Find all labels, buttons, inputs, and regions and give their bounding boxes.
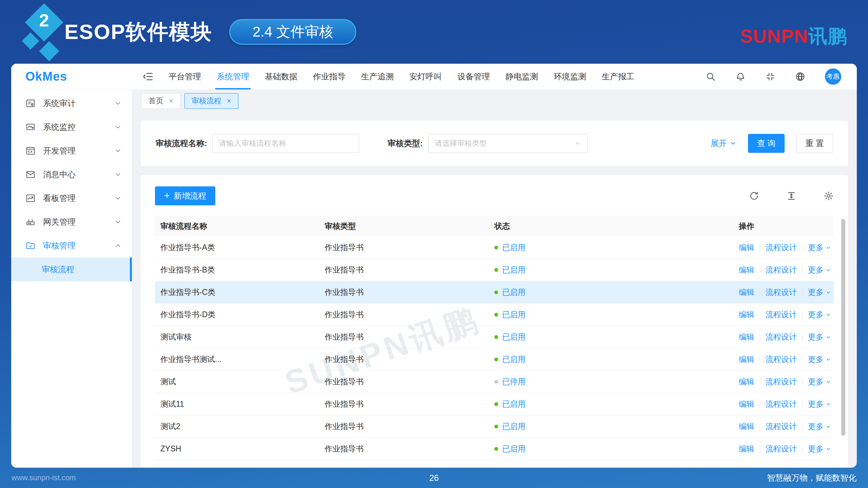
edit-link[interactable]: 编辑: [739, 444, 754, 454]
nav-item-label: 生产追溯: [361, 71, 394, 82]
chevron-down-icon: [826, 446, 831, 452]
tab-audit-flow[interactable]: 审核流程 ×: [184, 93, 238, 109]
sidebar-item-gateway-manage[interactable]: 网关管理: [11, 210, 132, 234]
chevron-down-icon: [826, 402, 831, 407]
flow-design-link[interactable]: 流程设计: [766, 354, 797, 365]
nav-item-label: 生产报工: [602, 71, 634, 82]
bell-icon[interactable]: [735, 72, 746, 82]
edit-link[interactable]: 编辑: [739, 377, 754, 387]
board-icon: [25, 193, 36, 203]
flow-design-link[interactable]: 流程设计: [766, 332, 797, 342]
edit-link[interactable]: 编辑: [739, 332, 754, 342]
more-link[interactable]: 更多: [808, 444, 824, 454]
scrollbar-thumb[interactable]: [841, 219, 845, 436]
table-row: 作业指导书测试... 作业指导书 已启用 编辑 流程设计: [155, 348, 834, 371]
table-scrollbar[interactable]: [841, 219, 845, 454]
add-flow-button[interactable]: + 新增流程: [155, 186, 215, 205]
status-dot: [494, 380, 498, 384]
action-divider: [802, 401, 803, 408]
navbar-right: 考惠: [706, 68, 841, 85]
sidebar-item-system-monitor[interactable]: 系统监控: [11, 115, 132, 139]
search-button[interactable]: 查 询: [748, 134, 785, 153]
nav-item-basic-data[interactable]: 基础数据: [265, 64, 297, 89]
edit-link[interactable]: 编辑: [739, 265, 754, 275]
flow-design-link[interactable]: 流程设计: [766, 309, 797, 320]
close-icon[interactable]: ×: [227, 97, 231, 105]
more-link[interactable]: 更多: [808, 377, 824, 387]
nav-item-work-instruction[interactable]: 作业指导: [313, 64, 346, 89]
cell-status: 已启用: [494, 309, 739, 320]
page-title: ESOP软件模块: [64, 18, 212, 46]
edit-link[interactable]: 编辑: [739, 421, 754, 432]
settings-gear-icon[interactable]: [824, 191, 834, 201]
sidebar-item-board-manage[interactable]: 看板管理: [11, 186, 132, 210]
company-logo-cn: 讯鹏: [808, 25, 847, 47]
edit-link[interactable]: 编辑: [739, 309, 754, 320]
more-link[interactable]: 更多: [808, 287, 824, 298]
column-header-status: 状态: [494, 221, 739, 231]
table-row: ZYSH 作业指导书 已启用 编辑 流程设计: [155, 438, 834, 460]
nav-item-system[interactable]: 系统管理: [217, 64, 249, 89]
flow-name-input[interactable]: [213, 134, 359, 153]
more-link[interactable]: 更多: [808, 354, 824, 365]
action-divider: [802, 266, 803, 274]
sidebar-item-system-audit[interactable]: 系统审计: [11, 92, 132, 115]
status-dot: [494, 290, 498, 294]
row-density-icon[interactable]: [786, 191, 796, 201]
status-dot: [494, 335, 498, 339]
more-link[interactable]: 更多: [808, 265, 824, 275]
more-link[interactable]: 更多: [808, 242, 824, 253]
nav-item-env-monitor[interactable]: 环境监测: [554, 64, 586, 89]
nav-item-andon-call[interactable]: 安灯呼叫: [409, 64, 442, 89]
nav-item-equipment[interactable]: 设备管理: [457, 64, 490, 89]
flow-design-link[interactable]: 流程设计: [766, 421, 797, 432]
expand-filters-link[interactable]: 展开: [711, 138, 736, 149]
nav-item-esd-monitor[interactable]: 静电监测: [506, 64, 538, 89]
globe-language-icon[interactable]: [795, 72, 805, 82]
sidebar-item-message-center[interactable]: 消息中心: [11, 163, 132, 186]
status-badge: 已启用: [502, 421, 526, 432]
tab-home[interactable]: 首页 ×: [141, 93, 180, 109]
user-avatar[interactable]: 考惠: [825, 68, 841, 85]
more-link[interactable]: 更多: [808, 332, 824, 342]
sidebar-item-audit-manage[interactable]: 审核管理: [11, 234, 132, 258]
close-icon[interactable]: ×: [169, 97, 173, 105]
cell-audit-type: 作业指导书: [325, 354, 495, 365]
refresh-icon[interactable]: [749, 191, 759, 201]
audit-type-select[interactable]: 请选择审核类型: [428, 134, 588, 153]
status-badge: 已启用: [502, 332, 526, 342]
nav-item-platform[interactable]: 平台管理: [169, 64, 201, 89]
flow-design-link[interactable]: 流程设计: [766, 444, 797, 454]
column-header-action: 操作: [739, 221, 834, 231]
sidebar-item-label: 开发管理: [43, 145, 76, 156]
cell-actions: 编辑 流程设计 更多: [739, 332, 834, 342]
reset-button[interactable]: 重 置: [796, 134, 833, 153]
more-link[interactable]: 更多: [808, 309, 824, 320]
search-icon[interactable]: [706, 72, 716, 82]
edit-link[interactable]: 编辑: [739, 287, 754, 298]
flow-design-link[interactable]: 流程设计: [766, 287, 797, 298]
more-link[interactable]: 更多: [808, 421, 824, 432]
menu-collapse-icon[interactable]: [143, 71, 154, 82]
action-divider: [802, 378, 803, 386]
nav-item-production-trace[interactable]: 生产追溯: [361, 64, 394, 89]
nav-item-production-report[interactable]: 生产报工: [602, 64, 634, 89]
edit-link[interactable]: 编辑: [739, 242, 754, 253]
edit-link[interactable]: 编辑: [739, 354, 754, 365]
edit-link[interactable]: 编辑: [739, 399, 754, 409]
status-badge: 已启用: [502, 309, 526, 320]
sidebar-subitem-audit-flow[interactable]: 审核流程: [11, 258, 132, 281]
action-divider: [802, 311, 803, 319]
table-row: 作业指导书-D类 作业指导书 已启用 编辑 流程设计: [155, 304, 834, 326]
flow-design-link[interactable]: 流程设计: [766, 377, 797, 387]
more-link[interactable]: 更多: [808, 399, 824, 409]
sidebar-item-dev-manage[interactable]: 开发管理: [11, 139, 132, 163]
app-brand: OkMes: [11, 64, 132, 89]
fullscreen-exit-icon[interactable]: [765, 72, 775, 82]
chevron-down-icon: [826, 290, 831, 295]
status-badge: 已停用: [502, 377, 526, 387]
flow-design-link[interactable]: 流程设计: [766, 265, 797, 275]
flow-design-link[interactable]: 流程设计: [766, 242, 797, 253]
flow-design-link[interactable]: 流程设计: [766, 399, 797, 409]
sidebar-item-label: 看板管理: [43, 193, 76, 204]
